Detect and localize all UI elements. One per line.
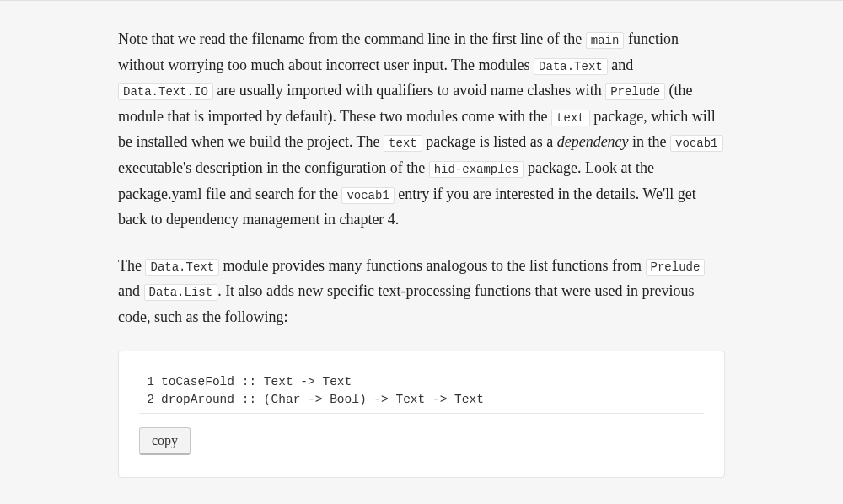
text-run: executable's description in the configur… <box>118 159 429 176</box>
line-number: 2 <box>139 391 154 410</box>
code-prelude-2: Prelude <box>646 259 706 276</box>
code-data-list: Data.List <box>144 284 218 301</box>
code-data-text-2: Data.Text <box>145 259 219 276</box>
code-text: toCaseFold :: Text -> Text <box>161 373 352 392</box>
code-main: main <box>586 32 625 49</box>
code-vocab1-2: vocab1 <box>341 187 394 204</box>
code-line: 2dropAround :: (Char -> Bool) -> Text ->… <box>139 391 704 410</box>
text-run: and <box>608 56 634 73</box>
code-data-text: Data.Text <box>534 58 608 75</box>
text-run: The <box>118 257 145 274</box>
text-run: and <box>118 282 144 299</box>
paragraph-1: Note that we read the filename from the … <box>118 26 725 233</box>
text-run: Note that we read the filename from the … <box>118 30 586 47</box>
document-content: Note that we read the filename from the … <box>110 26 733 478</box>
text-run: in the <box>629 133 671 150</box>
copy-button[interactable]: copy <box>139 427 191 455</box>
text-run: module provides many functions analogous… <box>219 257 645 274</box>
code-prelude: Prelude <box>605 83 665 100</box>
text-run: are usually imported with qualifiers to … <box>213 82 605 99</box>
code-line: 1toCaseFold :: Text -> Text <box>139 373 704 392</box>
code-text: dropAround :: (Char -> Bool) -> Text -> … <box>161 391 484 410</box>
code-hid-examples: hid-examples <box>429 161 524 178</box>
line-number: 1 <box>139 373 154 392</box>
code-lines-container: 1toCaseFold :: Text -> Text 2dropAround … <box>139 373 704 415</box>
paragraph-2: The Data.Text module provides many funct… <box>118 253 725 330</box>
emphasis-dependency: dependency <box>557 133 629 150</box>
code-text-pkg2: text <box>384 135 422 152</box>
code-text-pkg: text <box>551 110 590 126</box>
code-block: 1toCaseFold :: Text -> Text 2dropAround … <box>118 351 725 479</box>
code-data-text-io: Data.Text.IO <box>118 83 213 100</box>
text-run: package is listed as a <box>422 133 557 150</box>
code-vocab1: vocab1 <box>670 135 722 152</box>
